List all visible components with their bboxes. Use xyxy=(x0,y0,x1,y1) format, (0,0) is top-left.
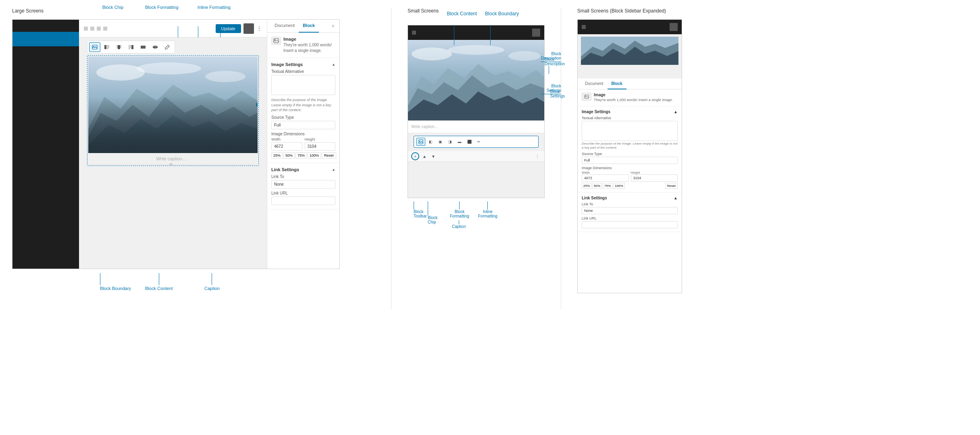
ss-block-chip-ann: Block xyxy=(428,215,437,220)
ss-up-btn[interactable]: ▲ xyxy=(421,153,428,160)
topbar-dot-1 xyxy=(84,27,88,31)
toolbar-image-btn[interactable] xyxy=(89,42,100,52)
ss-ann-block-content-title: Block Content xyxy=(447,11,477,17)
link-url-input[interactable] xyxy=(271,197,335,205)
ss-add-btn[interactable]: + xyxy=(411,152,419,160)
resize-handle[interactable] xyxy=(256,102,258,107)
ls-topbar: Update ⋮ xyxy=(79,20,267,37)
sse-block-text: They're worth 1,000 words! Insert a sing… xyxy=(594,98,673,103)
block-icon xyxy=(271,37,281,45)
svg-rect-5 xyxy=(107,48,108,49)
ss-tb-image[interactable] xyxy=(416,138,425,146)
ss-topbar xyxy=(408,25,544,40)
ss-block-desc-label2: Description xyxy=(545,62,565,66)
sse-source-input[interactable] xyxy=(582,157,678,164)
settings-button[interactable] xyxy=(243,23,254,34)
sse-image-settings-title[interactable]: Image Settings ▲ xyxy=(582,110,678,114)
sse-topbar xyxy=(578,20,682,34)
toolbar-wide-btn[interactable] xyxy=(150,42,161,52)
svg-rect-6 xyxy=(118,45,120,49)
ss-tb-ar[interactable]: ◨ xyxy=(445,138,454,146)
tab-block[interactable]: Block xyxy=(299,20,319,33)
ss-tb-al[interactable]: ◧ xyxy=(426,138,435,146)
ss-block-settings-label2: Settings xyxy=(550,94,565,98)
size-50-btn[interactable]: 50% xyxy=(283,152,295,159)
toolbar-align-left-btn[interactable] xyxy=(101,42,112,52)
sse-link-url-input[interactable] xyxy=(582,221,678,228)
topbar-dot-4 xyxy=(103,27,107,31)
sse-size-50[interactable]: 50% xyxy=(592,183,602,189)
tab-document[interactable]: Document xyxy=(270,20,299,33)
svg-point-29 xyxy=(448,45,504,55)
toolbar-align-right-btn[interactable] xyxy=(125,42,137,52)
sse-alt-label: Textual Alternative xyxy=(582,116,678,120)
sse-chevron-up: ▲ xyxy=(674,110,678,114)
ls-caption[interactable]: Write caption... xyxy=(88,153,254,165)
chevron-up-icon: ▲ xyxy=(332,62,335,66)
size-25-btn[interactable]: 25% xyxy=(271,152,283,159)
sse-tab-block[interactable]: Block xyxy=(608,79,626,89)
alt-text-input[interactable] xyxy=(271,75,335,95)
ss-more-btn[interactable]: ⋮ xyxy=(534,153,541,160)
toolbar-edit-btn[interactable] xyxy=(162,42,173,52)
svg-rect-17 xyxy=(141,48,146,49)
ss-tb-edit[interactable]: ✏ xyxy=(474,138,483,146)
ss-tb-ac[interactable]: ▣ xyxy=(436,138,445,146)
ss-block-desc-label: Block xyxy=(545,57,565,62)
sse-tab-document[interactable]: Document xyxy=(581,79,608,89)
sse-size-reset[interactable]: Reset xyxy=(665,183,678,189)
block-boundary-line xyxy=(490,25,491,45)
panel-link-settings: Link Settings ▲ Link To Link URL xyxy=(267,163,339,209)
svg-rect-19 xyxy=(154,46,157,46)
svg-rect-2 xyxy=(104,45,106,49)
ss-tb-an[interactable]: ▬ xyxy=(455,138,464,146)
ss-ann-block-boundary-title: Block Boundary xyxy=(485,11,519,17)
sse-source-label: Source Type xyxy=(582,152,678,156)
update-button[interactable]: Update xyxy=(216,24,241,33)
sse-width-label: Width xyxy=(582,171,629,174)
link-settings-title[interactable]: Link Settings ▲ xyxy=(271,167,335,172)
ann-block-content-label: Block Content xyxy=(145,286,173,291)
alt-italic: Describe the purpose of the image. Leave… xyxy=(271,97,335,113)
sse-width-input[interactable] xyxy=(582,174,629,182)
menu-dots[interactable]: ⋮ xyxy=(256,25,262,32)
svg-rect-14 xyxy=(129,48,130,49)
source-type-input[interactable] xyxy=(271,121,335,129)
sse-editor-preview xyxy=(578,34,682,79)
ss-toolbar-wrap: ◧ ▣ ◨ ▬ ⬛ ✏ xyxy=(408,133,544,151)
sse-size-75[interactable]: 75% xyxy=(603,183,612,189)
ss-block-settings-label: Block xyxy=(550,89,565,94)
ss-down-btn[interactable]: ▼ xyxy=(430,153,437,160)
topbar-dot-3 xyxy=(97,27,101,31)
size-100-btn[interactable]: 100% xyxy=(308,152,321,159)
dimensions-row: Width Height xyxy=(271,137,335,151)
size-reset-btn[interactable]: Reset xyxy=(322,152,336,159)
sse-size-25[interactable]: 25% xyxy=(582,183,591,189)
large-screens-section: Large Screens Block Chip Block Formattin… xyxy=(12,8,375,309)
sse-link-to-label: Link To xyxy=(582,202,678,206)
ss-below-annotations: Block Toolbar Block Chip Block Formattin… xyxy=(408,198,545,242)
width-input[interactable] xyxy=(271,142,302,151)
ss-tb-aw[interactable]: ⬛ xyxy=(465,138,474,146)
height-input[interactable] xyxy=(305,142,336,151)
sse-block-desc-section: Image They're worth 1,000 words! Insert … xyxy=(578,89,682,106)
ann-block-boundary-label: Block Boundary xyxy=(100,286,131,291)
ss-sub-toolbar: + ▲ ▼ ⋮ xyxy=(408,151,544,162)
sse-link-settings-title[interactable]: Link Settings ▲ xyxy=(582,196,678,200)
sse-height-input[interactable] xyxy=(631,174,678,182)
panel-close[interactable]: × xyxy=(330,20,336,32)
svg-rect-8 xyxy=(120,46,121,46)
sse-size-100[interactable]: 100% xyxy=(613,183,624,189)
size-75-btn[interactable]: 75% xyxy=(295,152,307,159)
sse-alt-input[interactable] xyxy=(582,121,678,141)
ann-caption-label: Caption xyxy=(204,286,220,291)
ss-toolbar: ◧ ▣ ◨ ▬ ⬛ ✏ xyxy=(414,136,539,148)
svg-rect-13 xyxy=(129,47,131,48)
link-to-input[interactable] xyxy=(271,180,335,188)
sse-link-to-input[interactable] xyxy=(582,207,678,214)
image-settings-title[interactable]: Image Settings ▲ xyxy=(271,62,335,67)
toolbar-align-center-btn[interactable] xyxy=(113,42,125,52)
toolbar-none-btn[interactable] xyxy=(137,42,149,52)
height-label: Height xyxy=(305,137,336,141)
sse-dim-label: Image Dimensions xyxy=(582,166,678,170)
